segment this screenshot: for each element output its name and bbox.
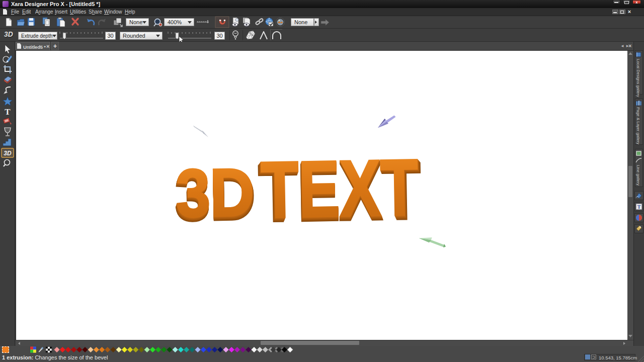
svg-text:T: T <box>5 107 11 117</box>
svg-text:TEXT: TEXT <box>260 143 419 234</box>
svg-text:3D: 3D <box>176 154 255 231</box>
svg-text:3D: 3D <box>4 150 12 157</box>
svg-text:T: T <box>637 204 641 210</box>
